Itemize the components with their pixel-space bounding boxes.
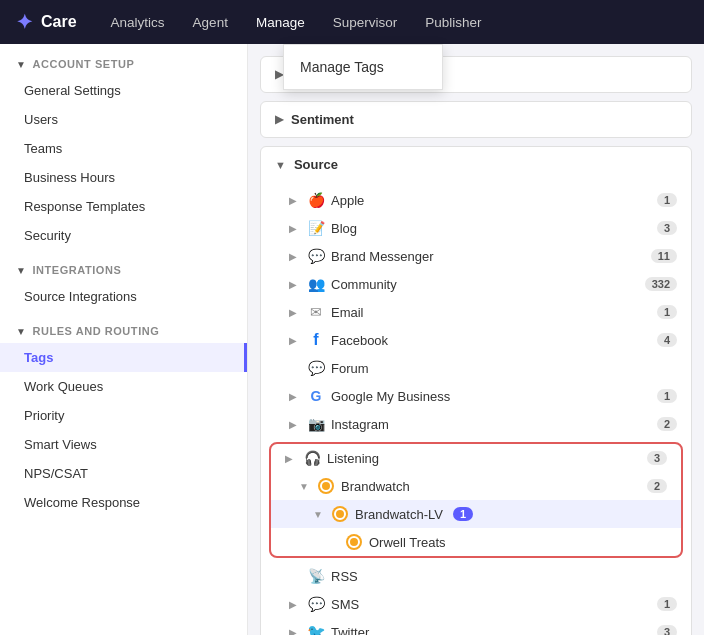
app-name: Care (41, 13, 77, 31)
brandwatch-icon (317, 477, 335, 495)
source-brand-messenger[interactable]: ▶ 💬 Brand Messenger 11 (261, 242, 691, 270)
source-name: Listening (327, 451, 379, 466)
sidebar-item-tags[interactable]: Tags (0, 343, 247, 372)
sidebar-item-nps-csat[interactable]: NPS/CSAT (0, 459, 247, 488)
chevron-icon: ▼ (313, 509, 325, 520)
section-arrow: ▼ (16, 59, 26, 70)
source-sms[interactable]: ▶ 💬 SMS 1 (261, 590, 691, 618)
email-icon: ✉ (307, 303, 325, 321)
source-community[interactable]: ▶ 👥 Community 332 (261, 270, 691, 298)
app-logo: ✦ Care (16, 10, 77, 34)
chevron-icon: ▶ (289, 419, 301, 430)
source-badge: 1 (657, 305, 677, 319)
sidebar-item-response-templates[interactable]: Response Templates (0, 192, 247, 221)
chevron-icon: ▶ (275, 68, 283, 81)
chevron-icon: ▶ (289, 599, 301, 610)
nav-manage[interactable]: Manage (242, 0, 319, 44)
source-name: SMS (331, 597, 359, 612)
section-integrations: ▼ INTEGRATIONS (0, 250, 247, 282)
nav-agent[interactable]: Agent (179, 0, 242, 44)
nav-analytics[interactable]: Analytics (97, 0, 179, 44)
source-forum[interactable]: 💬 Forum (261, 354, 691, 382)
source-badge: 1 (657, 193, 677, 207)
sentiment-label: Sentiment (291, 112, 354, 127)
source-name: Brand Messenger (331, 249, 434, 264)
sidebar: ▼ ACCOUNT SETUP General Settings Users T… (0, 44, 248, 635)
sidebar-item-security[interactable]: Security (0, 221, 247, 250)
nav-supervisor[interactable]: Supervisor (319, 0, 412, 44)
source-name: Instagram (331, 417, 389, 432)
chevron-icon: ▶ (289, 251, 301, 262)
sidebar-item-general-settings[interactable]: General Settings (0, 76, 247, 105)
listening-icon: 🎧 (303, 449, 321, 467)
chevron-icon: ▶ (289, 195, 301, 206)
main-layout: ▼ ACCOUNT SETUP General Settings Users T… (0, 44, 704, 635)
facebook-icon: f (307, 331, 325, 349)
chevron-icon: ▶ (289, 307, 301, 318)
source-name: Forum (331, 361, 369, 376)
source-apple[interactable]: ▶ 🍎 Apple 1 (261, 186, 691, 214)
source-content: ▶ 🍎 Apple 1 ▶ 📝 Blog 3 ▶ 💬 Brand Messeng (261, 182, 691, 635)
source-name: Email (331, 305, 364, 320)
source-name: RSS (331, 569, 358, 584)
instagram-icon: 📷 (307, 415, 325, 433)
nav-publisher[interactable]: Publisher (411, 0, 495, 44)
source-name: Orwell Treats (369, 535, 446, 550)
twitter-icon: 🐦 (307, 623, 325, 635)
source-instagram[interactable]: ▶ 📷 Instagram 2 (261, 410, 691, 438)
chevron-icon: ▶ (289, 627, 301, 636)
source-badge: 1 (657, 597, 677, 611)
chevron-icon: ▶ (289, 335, 301, 346)
section-arrow: ▼ (16, 265, 26, 276)
manage-dropdown: Manage Tags (283, 44, 443, 90)
rss-icon: 📡 (307, 567, 325, 585)
source-name: Brandwatch (341, 479, 410, 494)
logo-icon: ✦ (16, 10, 33, 34)
source-email[interactable]: ▶ ✉ Email 1 (261, 298, 691, 326)
source-label: Source (294, 157, 338, 172)
brand-messenger-icon: 💬 (307, 247, 325, 265)
brandwatch-lv-icon (331, 505, 349, 523)
manage-tags-item[interactable]: Manage Tags (300, 55, 426, 79)
source-brandwatch-lv[interactable]: ▼ Brandwatch-LV 1 (271, 500, 681, 528)
source-header[interactable]: ▼ Source (261, 147, 691, 182)
source-google-my-business[interactable]: ▶ G Google My Business 1 (261, 382, 691, 410)
chevron-icon: ▶ (289, 223, 301, 234)
source-blog[interactable]: ▶ 📝 Blog 3 (261, 214, 691, 242)
source-facebook[interactable]: ▶ f Facebook 4 (261, 326, 691, 354)
sms-icon: 💬 (307, 595, 325, 613)
source-listening[interactable]: ▶ 🎧 Listening 3 (271, 444, 681, 472)
sidebar-item-users[interactable]: Users (0, 105, 247, 134)
source-badge: 1 (657, 389, 677, 403)
source-name: Community (331, 277, 397, 292)
source-badge: 2 (657, 417, 677, 431)
source-card: ▼ Source ▶ 🍎 Apple 1 ▶ 📝 Blog 3 (260, 146, 692, 635)
sentiment-header[interactable]: ▶ Sentiment (261, 102, 691, 137)
sidebar-item-source-integrations[interactable]: Source Integrations (0, 282, 247, 311)
blog-icon: 📝 (307, 219, 325, 237)
source-name: Facebook (331, 333, 388, 348)
sentiment-card: ▶ Sentiment (260, 101, 692, 138)
sidebar-item-business-hours[interactable]: Business Hours (0, 163, 247, 192)
section-account-setup: ▼ ACCOUNT SETUP (0, 44, 247, 76)
chevron-icon: ▶ (289, 279, 301, 290)
sidebar-item-priority[interactable]: Priority (0, 401, 247, 430)
source-orwell-treats[interactable]: Orwell Treats (271, 528, 681, 556)
forum-icon: 💬 (307, 359, 325, 377)
chevron-icon: ▶ (275, 113, 283, 126)
section-arrow: ▼ (16, 326, 26, 337)
main-content: ▶ Language ▶ Sentiment ▼ Source ▶ 🍎 (248, 44, 704, 635)
google-icon: G (307, 387, 325, 405)
source-twitter[interactable]: ▶ 🐦 Twitter 3 (261, 618, 691, 635)
chevron-icon: ▼ (275, 159, 286, 171)
community-icon: 👥 (307, 275, 325, 293)
source-badge: 3 (657, 625, 677, 635)
sidebar-item-smart-views[interactable]: Smart Views (0, 430, 247, 459)
sidebar-item-work-queues[interactable]: Work Queues (0, 372, 247, 401)
sidebar-item-welcome-response[interactable]: Welcome Response (0, 488, 247, 517)
chevron-icon: ▼ (299, 481, 311, 492)
sidebar-item-teams[interactable]: Teams (0, 134, 247, 163)
source-brandwatch[interactable]: ▼ Brandwatch 2 (271, 472, 681, 500)
source-rss[interactable]: 📡 RSS (261, 562, 691, 590)
source-name: Twitter (331, 625, 369, 636)
